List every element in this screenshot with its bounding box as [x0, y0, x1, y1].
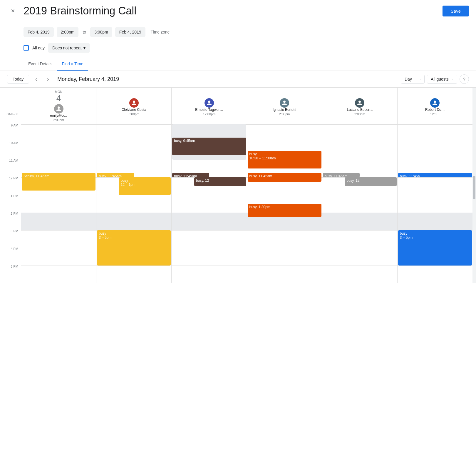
- event-cleiviane-1145[interactable]: busy, 11:45am: [97, 173, 134, 177]
- start-date-chip[interactable]: Feb 4, 2019: [24, 27, 54, 37]
- close-button[interactable]: ×: [7, 5, 19, 17]
- hour-3-ernesto: [172, 230, 247, 248]
- view-select[interactable]: Day Week Month: [401, 75, 425, 84]
- event-robert-1145[interactable]: busy, 11:45a…: [398, 173, 472, 177]
- scrollbar-thumb[interactable]: [473, 176, 475, 199]
- col-header-robert: Robert Do… 12:0…: [398, 88, 472, 124]
- hour-3-luciano: [322, 230, 397, 248]
- repeat-label: Does not repeat: [52, 46, 82, 50]
- tabs: Event Details Find a Time: [0, 58, 476, 71]
- allday-row: All day Does not repeat ▾: [0, 42, 476, 58]
- time-label-1pm: 1 PM: [0, 193, 21, 211]
- time-label-5pm: 5 PM: [0, 264, 21, 282]
- grid-col-cleiviane: busy, 11:45am busy12 – 1pm busy3 – 5pm: [96, 124, 172, 283]
- hour-10-robert: [398, 142, 472, 160]
- event-ernesto-945[interactable]: busy, 9:45am: [172, 138, 246, 155]
- col-header-ernesto: Ernesto Tagwer… 12:00pm: [172, 88, 247, 124]
- hour-9-cleiviane: [96, 124, 171, 142]
- today-button[interactable]: Today: [7, 75, 29, 84]
- grid-col-emily: Scrum, 11:45am: [21, 124, 96, 283]
- allday-label: All day: [32, 46, 45, 50]
- avatar-luciano: [355, 98, 364, 108]
- event-ernesto-1145[interactable]: busy, 11:45am: [172, 173, 209, 177]
- grid-col-ernesto: busy, 9:45am busy, 11:45am busy, 12: [172, 124, 247, 283]
- toolbar: Today ‹ › Monday, February 4, 2019 Day W…: [0, 71, 476, 87]
- event-ernesto-12[interactable]: busy, 12: [194, 177, 246, 186]
- hour-1-robert: [398, 195, 472, 213]
- end-time-chip[interactable]: 3:00pm: [90, 27, 112, 37]
- highlight-cleiviane: [96, 213, 171, 230]
- event-title: 2019 Brainstorming Call: [24, 5, 443, 17]
- col-date-emily: 4: [22, 94, 95, 103]
- grid-col-ignacio: busy10:30 – 11:30am busy, 11:45am busy, …: [247, 124, 322, 283]
- tab-event-details[interactable]: Event Details: [24, 58, 57, 71]
- hour-3-ignacio: [247, 230, 322, 248]
- col-time-ernesto: 12:00pm: [173, 112, 245, 116]
- prev-nav-button[interactable]: ‹: [31, 74, 41, 84]
- highlight-ernesto: [172, 213, 247, 230]
- col-time-emily: 2:00pm: [22, 118, 95, 122]
- event-robert-35[interactable]: busy3 – 5pm: [398, 230, 472, 266]
- hour-9-robert: [398, 124, 472, 142]
- grid-area: MON 4 emily@o… 2:00pm Cleiviane Costa 3:…: [21, 88, 472, 283]
- timezone-button[interactable]: Time zone: [151, 30, 170, 34]
- event-luciano-12[interactable]: busy, 12: [345, 177, 397, 186]
- hour-9-emily: [21, 124, 96, 142]
- start-time-chip[interactable]: 2:00pm: [57, 27, 79, 37]
- grid-col-robert: busy, 11:45a… busy3 – 5pm: [398, 124, 472, 283]
- hour-5-luciano: [322, 266, 397, 283]
- hour-5-cleiviane: [96, 266, 171, 283]
- gmt-label: GMT-03: [0, 105, 21, 123]
- event-ignacio-1030[interactable]: busy10:30 – 11:30am: [248, 151, 321, 168]
- col-time-robert: 12:0…: [399, 112, 471, 116]
- time-label-11am: 11 AM: [0, 158, 21, 176]
- hour-5-ernesto: [172, 266, 247, 283]
- save-button[interactable]: Save: [443, 6, 469, 16]
- hour-5-emily: [21, 266, 96, 283]
- column-headers: MON 4 emily@o… 2:00pm Cleiviane Costa 3:…: [21, 88, 472, 124]
- col-header-cleiviane: Cleiviane Costa 3:00pm: [96, 88, 172, 124]
- col-name-luciano: Luciano Becerra: [324, 108, 396, 112]
- event-ignacio-1145[interactable]: busy, 11:45am: [248, 173, 321, 182]
- next-nav-button[interactable]: ›: [43, 74, 53, 84]
- hour-4-ernesto: [172, 248, 247, 266]
- tab-find-a-time[interactable]: Find a Time: [57, 58, 88, 71]
- avatar-ignacio: [280, 98, 289, 108]
- hour-5-ignacio: [247, 266, 322, 283]
- hour-1-emily: [21, 195, 96, 213]
- guests-select[interactable]: All guests: [427, 75, 457, 84]
- avatar-robert: [430, 98, 440, 108]
- calendar-area: GMT-03 9 AM 10 AM 11 AM 12 PM 1 PM 2 PM …: [0, 87, 476, 283]
- col-name-robert: Robert Do…: [399, 108, 471, 112]
- hour-9-luciano: [322, 124, 397, 142]
- col-time-luciano: 2:00pm: [324, 112, 396, 116]
- time-label-9am: 9 AM: [0, 123, 21, 141]
- event-ignacio-130[interactable]: busy, 1:30pm: [248, 204, 321, 217]
- repeat-arrow-icon: ▾: [83, 46, 86, 50]
- hour-4-ignacio: [247, 248, 322, 266]
- repeat-button[interactable]: Does not repeat ▾: [48, 43, 90, 53]
- hour-1-luciano: [322, 195, 397, 213]
- end-date-chip[interactable]: Feb 4, 2019: [115, 27, 145, 37]
- hour-4-luciano: [322, 248, 397, 266]
- avatar-cleiviane: [129, 98, 139, 108]
- col-header-ignacio: Ignacio Bertotti 2:00pm: [247, 88, 322, 124]
- help-button[interactable]: ?: [460, 74, 469, 84]
- event-luciano-1145[interactable]: busy, 11:45am: [323, 173, 360, 177]
- col-name-ernesto: Ernesto Tagwer…: [173, 108, 245, 112]
- event-scrum[interactable]: Scrum, 11:45am: [22, 173, 95, 191]
- hour-9-ignacio: [247, 124, 322, 142]
- date-row: Feb 4, 2019 2:00pm to 3:00pm Feb 4, 2019…: [0, 22, 476, 42]
- highlight-luciano: [322, 213, 397, 230]
- hour-4-emily: [21, 248, 96, 266]
- scrollbar[interactable]: [472, 88, 476, 283]
- time-label-4pm: 4 PM: [0, 246, 21, 264]
- event-cleiviane-12[interactable]: busy12 – 1pm: [119, 177, 171, 195]
- avatar-emily: [54, 104, 63, 114]
- allday-checkbox[interactable]: [24, 45, 29, 51]
- hour-12-robert: [398, 177, 472, 195]
- hour-1-cleiviane: [96, 195, 171, 213]
- col-day-emily: MON: [22, 90, 95, 94]
- hour-1-ernesto: [172, 195, 247, 213]
- event-cleiviane-35[interactable]: busy3 – 5pm: [97, 230, 171, 266]
